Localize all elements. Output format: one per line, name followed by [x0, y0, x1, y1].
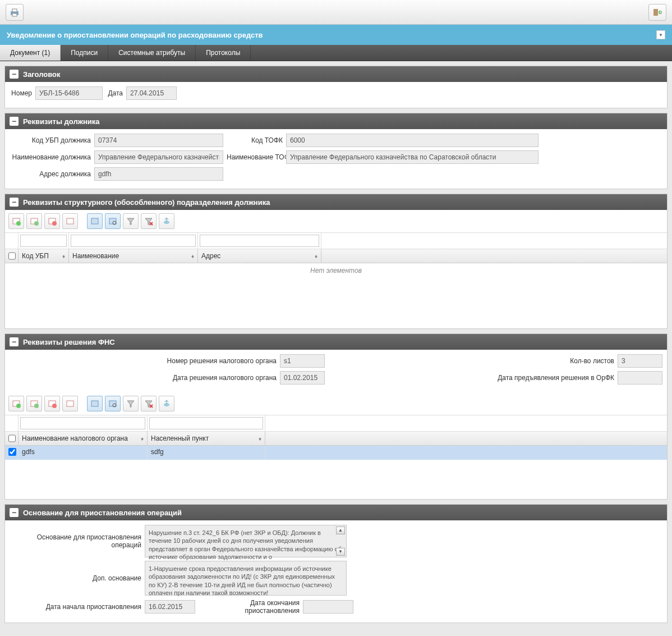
col-code-ubp[interactable]: Код УБП♦: [19, 249, 69, 263]
add-basis-textarea[interactable]: 1-Нарушение срока предоставления информа…: [145, 561, 347, 596]
cell-org: gdfs: [19, 446, 148, 460]
filter-clear-icon[interactable]: [141, 213, 157, 229]
end-date-field[interactable]: [303, 600, 353, 614]
svg-rect-23: [91, 401, 98, 406]
sheets-label: Кол-во листов: [570, 357, 614, 365]
panel-basis-title[interactable]: − Основание для приостановления операций: [5, 505, 667, 520]
grid-add-icon[interactable]: [8, 396, 24, 411]
start-date-field[interactable]: [145, 600, 195, 614]
basis-textarea[interactable]: Нарушение п.3 ст. 242_6 БК РФ (нет ЗКР и…: [145, 525, 347, 557]
svg-point-6: [16, 221, 21, 226]
svg-rect-11: [67, 218, 73, 224]
col-addr[interactable]: Адрес♦: [198, 249, 321, 263]
sort-icon: ♦: [259, 436, 261, 442]
svg-rect-1: [12, 9, 17, 12]
panel-header-title[interactable]: − Заголовок: [5, 66, 667, 82]
filter-name[interactable]: [71, 235, 196, 247]
panel-subdivision: − Реквизиты структурного (обособленного)…: [4, 194, 668, 329]
filter-addr[interactable]: [200, 235, 319, 247]
tab-protocols[interactable]: Протоколы: [196, 45, 251, 61]
print-button[interactable]: [6, 4, 24, 21]
title-dropdown-icon[interactable]: ▼: [656, 30, 665, 39]
row-checkbox[interactable]: [8, 448, 16, 456]
fns-filters: [5, 415, 667, 432]
panel-debtor: − Реквизиты должника Код УБП должника Ко…: [4, 113, 668, 189]
top-toolbar: [0, 0, 672, 25]
date-field[interactable]: [126, 86, 177, 100]
col-city[interactable]: Населенный пункт♦: [148, 432, 265, 445]
filter-icon[interactable]: [123, 396, 139, 411]
exit-button[interactable]: [648, 4, 666, 21]
start-date-label: Дата начала приостановления: [10, 603, 141, 611]
decision-num-field[interactable]: [280, 354, 325, 368]
panel-subdivision-label: Реквизиты структурного (обособленного) п…: [23, 198, 270, 207]
subdivision-grid-header: Код УБП♦ Наименование♦ Адрес♦: [5, 249, 667, 263]
present-date-field[interactable]: [618, 371, 662, 385]
debtor-addr-field[interactable]: [94, 167, 223, 181]
panel-debtor-title[interactable]: − Реквизиты должника: [5, 113, 667, 129]
fns-grid-header: Наименование налогового органа♦ Населенн…: [5, 432, 667, 446]
grid-search-icon[interactable]: [105, 396, 121, 411]
filter-city[interactable]: [149, 417, 263, 429]
export-icon[interactable]: [159, 213, 174, 229]
svg-point-8: [34, 221, 39, 226]
scroll-up-icon[interactable]: ▲: [336, 527, 345, 534]
code-tofk-field[interactable]: [286, 134, 538, 147]
sheets-field[interactable]: [618, 354, 662, 368]
code-ubp-field[interactable]: [94, 134, 223, 147]
date-label: Дата: [106, 89, 123, 97]
grid-search-icon[interactable]: [105, 213, 121, 229]
subdivision-empty: Нет элементов: [5, 263, 667, 278]
grid-add2-icon[interactable]: [26, 396, 42, 411]
filter-code-ubp[interactable]: [20, 235, 67, 247]
panel-basis-label: Основание для приостановления операций: [23, 509, 182, 517]
filter-clear-icon[interactable]: [141, 396, 157, 411]
tab-document[interactable]: Документ (1): [0, 45, 61, 61]
grid-cal-icon[interactable]: [62, 396, 78, 411]
grid-add2-icon[interactable]: [26, 213, 42, 229]
collapse-icon: −: [10, 508, 19, 517]
grid-del-icon[interactable]: [44, 396, 60, 411]
svg-rect-22: [67, 401, 73, 406]
panel-debtor-label: Реквизиты должника: [23, 117, 100, 126]
grid-del-icon[interactable]: [44, 213, 60, 229]
table-row[interactable]: gdfs sdfg: [5, 446, 667, 460]
sort-icon: ♦: [315, 253, 317, 259]
grid-cal-blue-icon[interactable]: [87, 396, 103, 411]
select-all-checkbox[interactable]: [8, 434, 16, 442]
grid-add-icon[interactable]: [8, 213, 24, 229]
end-date-label: Дата окончания приостановления: [199, 599, 300, 615]
sort-icon: ♦: [62, 253, 65, 259]
scroll-down-icon[interactable]: ▼: [336, 548, 345, 556]
door-exit-icon: [652, 8, 662, 17]
export-icon[interactable]: [159, 396, 174, 411]
tabs-bar: Документ (1) Подписи Системные атрибуты …: [0, 45, 672, 61]
panel-fns: − Реквизиты решения ФНС Номер решения на…: [4, 333, 668, 500]
number-field[interactable]: [35, 86, 103, 100]
cell-city: sdfg: [148, 446, 265, 460]
tofk-name-field[interactable]: [286, 150, 538, 164]
decision-date-field[interactable]: [280, 371, 325, 385]
decision-date-label: Дата решения налогового органа: [173, 374, 277, 382]
debtor-name-field[interactable]: [94, 150, 223, 164]
content-area: − Заголовок Номер Дата − Реквизиты должн…: [0, 61, 672, 632]
collapse-icon: −: [10, 117, 19, 126]
tab-signatures[interactable]: Подписи: [61, 45, 108, 61]
grid-cal-blue-icon[interactable]: [87, 213, 103, 229]
grid-cal-icon[interactable]: [62, 213, 78, 229]
svg-point-10: [52, 221, 57, 226]
svg-point-19: [34, 404, 39, 408]
filter-icon[interactable]: [123, 213, 139, 229]
page-title: Уведомление о приостановлении операций п…: [7, 31, 263, 39]
select-all-checkbox[interactable]: [8, 252, 16, 260]
tab-system-attrs[interactable]: Системные атрибуты: [108, 45, 196, 61]
number-label: Номер: [10, 89, 32, 97]
filter-org-name[interactable]: [20, 417, 145, 429]
col-org-name[interactable]: Наименование налогового органа♦: [19, 432, 148, 445]
tofk-name-label: Наименование ТОФК: [227, 153, 283, 161]
add-basis-text: 1-Нарушение срока предоставления информа…: [149, 565, 335, 596]
col-name[interactable]: Наименование♦: [69, 249, 198, 263]
panel-fns-title[interactable]: − Реквизиты решения ФНС: [5, 334, 667, 350]
title-bar: Уведомление о приостановлении операций п…: [0, 25, 672, 45]
panel-subdivision-title[interactable]: − Реквизиты структурного (обособленного)…: [5, 194, 667, 210]
